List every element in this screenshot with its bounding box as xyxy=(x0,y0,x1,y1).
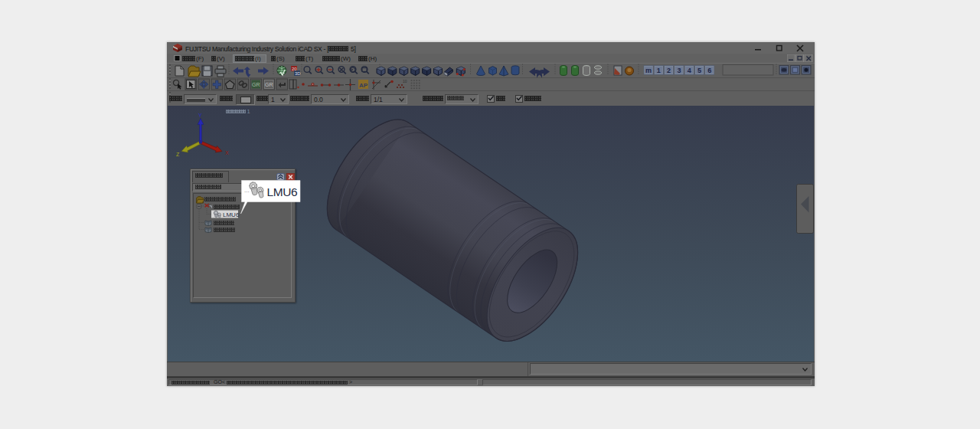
svg-text:10: 10 xyxy=(403,79,407,84)
svg-text:2: 2 xyxy=(667,67,671,74)
svg-text:3: 3 xyxy=(677,67,681,74)
svg-text:6: 6 xyxy=(707,67,711,74)
svg-text:m: m xyxy=(645,67,652,74)
svg-text:GR: GR xyxy=(265,82,273,87)
svg-text:3D: 3D xyxy=(295,71,301,76)
svg-text:1: 1 xyxy=(657,67,661,74)
svg-text:AP: AP xyxy=(359,82,368,89)
svg-text:5: 5 xyxy=(697,67,701,74)
svg-text:GR: GR xyxy=(252,82,260,87)
svg-text:4: 4 xyxy=(688,67,691,74)
